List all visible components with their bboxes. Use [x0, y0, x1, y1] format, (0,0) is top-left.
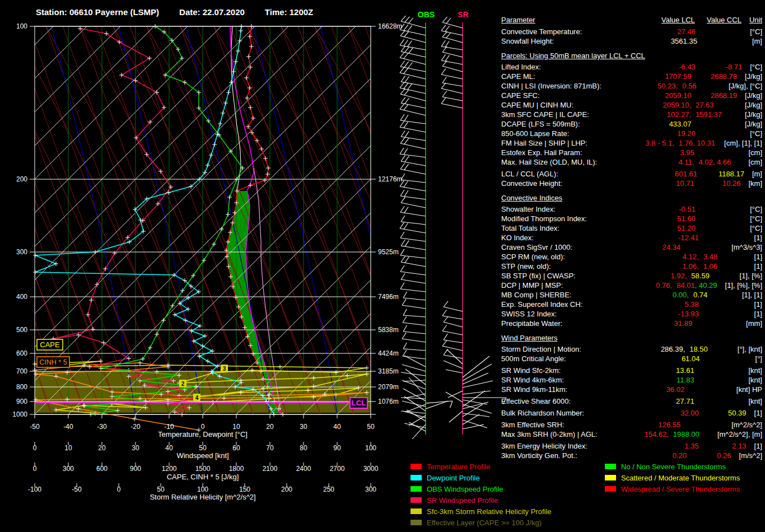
value-ccl: [694, 366, 741, 375]
legend-label: Widespread / Severe Thunderstorms: [621, 485, 740, 493]
value-lcl: 3561.35: [637, 36, 697, 46]
parameter-row: Modified Thompson Index:51.60[°C]: [501, 214, 762, 223]
value-ccl: [694, 148, 741, 157]
profile-legend: Temperature ProfileDewpoint ProfileOBS W…: [411, 461, 552, 528]
value-ccl: [699, 354, 747, 363]
unit-label: [m]: [744, 169, 762, 179]
legend-item-severity: Widespread / Severe Thunderstorms: [605, 483, 740, 494]
parameter-label: Modified Thompson Index:: [501, 214, 636, 223]
value-ccl: [692, 319, 738, 328]
parameter-panel: Parameter Value LCL Value CCL Unit Conve…: [501, 15, 762, 460]
parameter-row: KO Index:-12.41[1]: [501, 233, 762, 242]
parameter-row: SCP RM (new, old):4.12,3.48[1]: [501, 252, 762, 262]
axis-tick-label: -20: [130, 423, 141, 431]
unit-label: [m^2/s^2]: [724, 420, 762, 430]
unit-label: [J/kg]: [737, 100, 762, 110]
parameter-label: Storm Direction | Motion:: [501, 344, 628, 354]
legend-label: Dewpoint Profile: [427, 474, 480, 482]
parameter-row: Max 3km SRH (0-2km) | AGL:154.62,1988.00…: [501, 430, 762, 439]
sounding-analysis-app: Station: 06610 Payerne (LSMP) Date: 22.0…: [0, 0, 765, 532]
value-ccl: 84.01, 40.29: [672, 281, 717, 290]
parameter-row: DCAPE (LFS = 509mB):433.07[J/kg]: [501, 119, 762, 129]
value-lcl: 11.83: [635, 375, 694, 385]
legend-item-severity: No / Non Severe Thunderstorms: [605, 461, 740, 472]
altitude-label: 5838m: [378, 326, 399, 334]
value-lcl: 601.61: [637, 169, 697, 179]
unit-label: [°C]: [742, 204, 762, 214]
altitude-label: 12176m: [378, 175, 402, 183]
unit-label: [knt] HP: [729, 385, 762, 394]
x-axis-0: -50-40-30-20-1001020304050Temperature, D…: [30, 415, 375, 438]
legend-label: Temperature Profile: [427, 463, 490, 471]
value-lcl: 1.35: [638, 441, 698, 451]
value-ccl: [697, 36, 744, 46]
unit-label: [J/kg]: [737, 119, 762, 129]
panel-header: Parameter Value LCL Value CCL Unit: [501, 15, 762, 25]
value-ccl: [696, 27, 742, 36]
axis-tick-label: 300: [63, 465, 74, 473]
section-title: Parcels: Using 50mB mean layer LCL + CCL: [501, 51, 762, 60]
value-lcl: 1.06,: [638, 262, 698, 271]
svg-text:CAPE: CAPE: [40, 340, 60, 349]
value-ccl: 4.02, 4.66: [694, 157, 740, 167]
parameter-row: Exp. Supercell Index CH:5.38[1]: [501, 300, 762, 309]
unit-label: [knt]: [740, 396, 762, 406]
unit-label: [mm]: [738, 319, 762, 328]
parameter-row: SB STP (fix) | CWASP:1.92,58.59[1], [%]: [501, 271, 762, 281]
value-lcl: 3.95: [635, 148, 694, 157]
parameter-label: 3km Vorticity Gen. Pot.:: [501, 451, 629, 460]
parameter-row: Storm Direction | Motion:286.39,18.50[°]…: [501, 344, 762, 354]
parameter-label: SR Wind 9km-11km:: [501, 385, 628, 394]
pressure-tick-label: 300: [16, 248, 27, 256]
value-lcl: -6.43: [636, 62, 696, 72]
parameter-row: SR Wind Sfc-2km:13.61[knt]: [501, 366, 762, 375]
parameter-label: SWISS 12 Index:: [501, 309, 638, 319]
legend-label: Scattered / Moderate Thunderstorms: [621, 474, 740, 482]
legend-label: Sfc-3km Storm Relative Helicity Profile: [427, 507, 552, 516]
value-ccl: 27.63: [691, 100, 737, 110]
axis-tick-label: 300: [365, 486, 376, 493]
value-ccl: [699, 300, 747, 309]
axis-tick-label: 250: [323, 486, 334, 493]
parameter-row: CAPE SFC:2059.102868.19[J/kg]: [501, 91, 762, 100]
value-lcl: 27.46: [636, 27, 696, 36]
value-lcl: 4.11,: [635, 157, 694, 167]
pressure-axis: 10016628m20012176m3009525m4007496m500583…: [12, 22, 402, 418]
parameter-row: Convective Height:10.7110.26[km]: [501, 179, 762, 188]
axis-tick-label: 10: [64, 444, 72, 452]
legend-swatch: [411, 475, 422, 480]
parameter-label: SR Wind 4km-6km:: [501, 375, 635, 385]
pressure-tick-label: 600: [16, 349, 27, 357]
parameter-label: CAPE MU | CINH MU:: [501, 100, 633, 110]
altitude-label: 2079m: [378, 383, 399, 391]
pressure-tick-label: 500: [16, 326, 27, 334]
parameter-label: DCP | MMP | MSP:: [501, 281, 619, 290]
parameter-label: Lifted Index:: [501, 62, 636, 72]
unit-label: [J/kg]: [737, 110, 762, 119]
axis-tick-label: 100: [197, 486, 208, 493]
unit-label: [°C]: [742, 27, 762, 36]
value-lcl: 1.92,: [630, 271, 687, 281]
parameter-label: Bulk Richardson Number:: [501, 408, 638, 418]
parameter-label: Max 3km SRH (0-2km) | AGL:: [501, 430, 617, 439]
parameter-row: CAPE MU | CINH MU:2059.10,27.63[J/kg]: [501, 100, 762, 110]
altitude-label: 9525m: [378, 248, 399, 256]
value-ccl: 18.50: [685, 344, 730, 354]
parameter-row: MB Comp | SHERBE:0.00,0.74[1], [1]: [501, 290, 762, 300]
value-ccl: 1.06: [699, 262, 747, 271]
legend-label: Effective Layer (CAPE >= 100 J/kg): [427, 519, 542, 527]
unit-label: [1]: [747, 233, 762, 242]
axis-tick-label: 90: [333, 444, 341, 452]
x-axis-1: 0102030405060708090100Windspeed [knt]: [33, 442, 377, 460]
unit-label: [°C]: [742, 214, 762, 223]
value-lcl: 2059.10,: [633, 100, 691, 110]
axis-tick-label: 30: [300, 423, 307, 431]
parameter-label: Craven SigSvr / 1000:: [501, 242, 626, 252]
unit-label: [1]: [747, 408, 762, 418]
parameter-label: Precipitable Water:: [501, 319, 633, 328]
value-lcl: -13.93: [638, 309, 698, 319]
value-lcl: 27.71: [635, 396, 694, 406]
unit-label: [°C]: [742, 223, 762, 233]
value-lcl: 10.71: [635, 179, 694, 188]
axis-tick-label: 900: [130, 465, 141, 473]
